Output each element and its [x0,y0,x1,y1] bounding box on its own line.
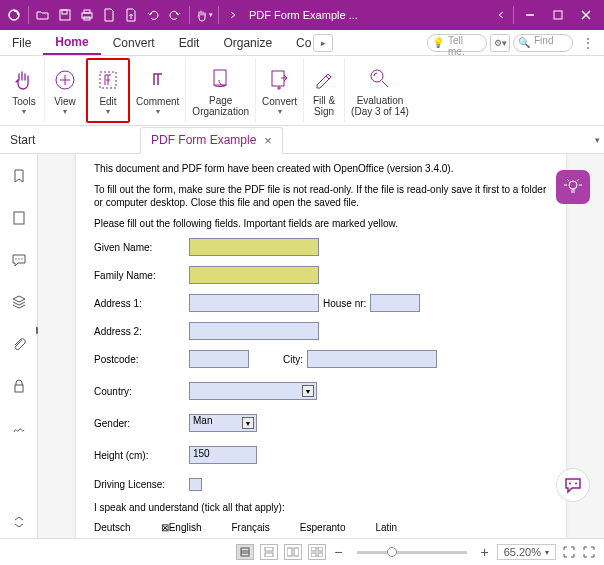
label-postcode: Postcode: [94,354,189,365]
select-country[interactable]: ▼ [189,382,317,400]
panel-settings-icon[interactable] [9,512,29,532]
ribbon-comment[interactable]: Comment ▾ [130,58,186,123]
input-height[interactable]: 150 [189,446,257,464]
zoom-out-button[interactable]: − [332,544,344,560]
input-city[interactable] [307,350,437,368]
view-facing-icon[interactable] [284,544,302,560]
comments-icon[interactable] [9,250,29,270]
app-logo-icon[interactable] [4,2,24,28]
fit-width-icon[interactable] [582,545,596,559]
view-continuous-icon[interactable] [260,544,278,560]
pages-icon[interactable] [9,208,29,228]
tab-document[interactable]: PDF Form Example × [140,127,283,154]
options-button[interactable]: ⚙▾ [490,34,510,52]
lang-item-esperanto: Esperanto [300,522,346,533]
input-family-name[interactable] [189,266,319,284]
ribbon-fill-sign[interactable]: Fill & Sign [304,58,345,123]
security-icon[interactable] [9,376,29,396]
ribbon-edit[interactable]: Edit ▾ [86,58,130,123]
zoom-value: 65.20% [504,546,541,558]
tellme-search[interactable]: 💡 Tell me. [427,34,487,52]
convert-icon [266,66,294,94]
menu-file[interactable]: File [0,30,43,55]
input-given-name[interactable] [189,238,319,256]
height-value: 150 [193,448,210,459]
input-address-1[interactable] [189,294,319,312]
tab-start[interactable]: Start [0,126,140,153]
attachments-icon[interactable] [9,334,29,354]
tab-close-icon[interactable]: × [264,133,272,148]
menu-convert[interactable]: Convert [101,30,167,55]
bulb-icon: 💡 [432,37,444,48]
status-bar: − + 65.20%▾ [0,538,604,565]
svg-rect-2 [62,10,67,14]
print-icon[interactable] [77,2,97,28]
zoom-slider-thumb[interactable] [387,547,397,557]
lang-label: Latin [375,522,397,533]
ribbon-evaluation-label: Evaluation (Day 3 of 14) [351,95,409,117]
ribbon-fill-sign-label: Fill & Sign [313,95,335,117]
save-icon[interactable] [55,2,75,28]
view-single-icon[interactable] [236,544,254,560]
checkbox-lang-english[interactable]: ⊠ [161,522,169,533]
bookmarks-icon[interactable] [9,166,29,186]
label-city: City: [279,354,307,365]
view-continuous-facing-icon[interactable] [308,544,326,560]
menu-scroll-icon[interactable]: ▸ [313,34,333,52]
checkbox-driving-license[interactable] [189,478,202,491]
minimize-button[interactable] [516,0,544,30]
zoom-in-icon [51,66,79,94]
input-house-nr[interactable] [370,294,420,312]
doc-intro-3: Please fill out the following fields. Im… [94,217,548,230]
lang-item-latin: Latin [375,522,397,533]
find-search[interactable]: 🔍 Find [513,34,573,52]
close-button[interactable] [572,0,600,30]
select-gender[interactable]: Man▼ [189,414,257,432]
menu-comment[interactable]: Co [284,30,313,55]
document-view[interactable]: This document and PDF form have been cre… [38,154,604,538]
zoom-in-button[interactable]: + [479,544,491,560]
edit-text-icon [94,66,122,94]
chevron-down-icon: ▼ [302,385,314,397]
redo-icon[interactable] [165,2,185,28]
ribbon-convert[interactable]: Convert ▾ [256,58,304,123]
input-address-2[interactable] [189,322,319,340]
zoom-level[interactable]: 65.20%▾ [497,544,556,560]
ribbon-page-org[interactable]: Page Organization [186,58,256,123]
tab-document-label: PDF Form Example [151,133,256,147]
find-placeholder: Find [534,35,553,46]
layers-icon[interactable] [9,292,29,312]
undo-icon[interactable] [143,2,163,28]
input-postcode[interactable] [189,350,249,368]
ribbon-evaluation[interactable]: Evaluation (Day 3 of 14) [345,58,415,123]
maximize-button[interactable] [544,0,572,30]
chevron-down-icon: ▾ [156,107,160,116]
svg-rect-25 [265,553,273,557]
ribbon-tools[interactable]: Tools ▾ [4,58,45,123]
label-given-name: Given Name: [94,242,189,253]
ribbon-view-label: View [54,96,76,107]
menu-edit[interactable]: Edit [167,30,212,55]
menu-overflow-icon[interactable]: ⋮ [576,36,600,50]
ribbon-edit-label: Edit [99,96,116,107]
ribbon-view[interactable]: View ▾ [45,58,86,123]
hand-tool-icon[interactable]: ▾ [194,2,214,28]
svg-rect-17 [15,385,23,392]
chevron-down-icon: ▾ [545,548,549,557]
svg-rect-21 [241,548,249,556]
svg-rect-24 [265,547,273,551]
open-icon[interactable] [33,2,53,28]
chat-button[interactable] [556,468,590,502]
signatures-icon[interactable] [9,418,29,438]
doc-intro-2: To fill out the form, make sure the PDF … [94,183,548,209]
gender-value: Man [193,415,212,426]
tabs-dropdown-icon[interactable]: ▾ [595,135,600,145]
blank-page-icon[interactable] [99,2,119,28]
menu-home[interactable]: Home [43,30,100,55]
from-file-icon[interactable] [121,2,141,28]
hint-button[interactable] [556,170,590,204]
zoom-slider[interactable] [357,551,467,554]
label-height: Height (cm): [94,450,189,461]
fit-screen-icon[interactable] [562,545,576,559]
menu-organize[interactable]: Organize [211,30,284,55]
